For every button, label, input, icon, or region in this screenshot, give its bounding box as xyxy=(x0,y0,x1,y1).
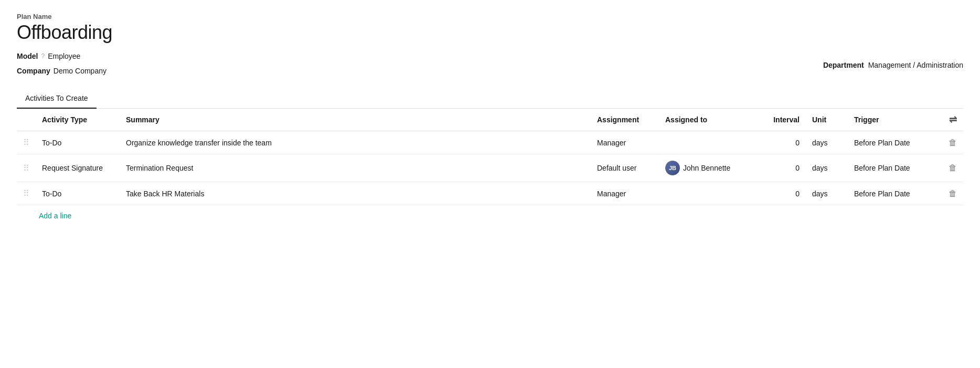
interval-cell[interactable]: 0 xyxy=(764,154,806,182)
th-unit: Unit xyxy=(806,109,848,131)
department-label: Department xyxy=(823,61,864,69)
assigned-to-cell[interactable] xyxy=(659,131,764,154)
delete-cell: 🗑 xyxy=(942,131,963,154)
summary-cell[interactable]: Organize knowledge transfer inside the t… xyxy=(120,131,591,154)
table-header-row: Activity Type Summary Assignment Assigne… xyxy=(17,109,963,131)
avatar: JB xyxy=(665,161,680,175)
delete-cell: 🗑 xyxy=(942,154,963,182)
table-row: ⠿To-DoTake Back HR MaterialsManager0days… xyxy=(17,182,963,205)
tabs-bar: Activities To Create xyxy=(17,89,963,109)
model-value: Employee xyxy=(48,52,80,60)
plan-title: Offboarding xyxy=(17,22,963,44)
drag-handle[interactable]: ⠿ xyxy=(17,154,36,182)
model-row: Model ? Employee xyxy=(17,52,106,60)
company-row: Company Demo Company xyxy=(17,67,106,75)
delete-icon[interactable]: 🗑 xyxy=(949,138,957,148)
assignment-cell[interactable]: Default user xyxy=(591,154,659,182)
drag-handle[interactable]: ⠿ xyxy=(17,131,36,154)
unit-cell[interactable]: days xyxy=(806,131,848,154)
th-assigned-to: Assigned to xyxy=(659,109,764,131)
main-page: Plan Name Offboarding Model ? Employee C… xyxy=(0,0,980,239)
interval-cell[interactable]: 0 xyxy=(764,182,806,205)
activity-type-cell[interactable]: To-Do xyxy=(36,131,120,154)
th-summary: Summary xyxy=(120,109,591,131)
th-interval: Interval xyxy=(764,109,806,131)
plan-label: Plan Name xyxy=(17,13,963,20)
assignment-cell[interactable]: Manager xyxy=(591,131,659,154)
company-label: Company xyxy=(17,67,50,75)
tab-activities-to-create[interactable]: Activities To Create xyxy=(17,89,97,109)
filter-icon[interactable]: ⇌ xyxy=(949,114,957,125)
add-line-button[interactable]: Add a line xyxy=(17,205,93,226)
trigger-cell[interactable]: Before Plan Date xyxy=(848,154,942,182)
trigger-cell[interactable]: Before Plan Date xyxy=(848,182,942,205)
activity-type-cell[interactable]: Request Signature xyxy=(36,154,120,182)
table-row: ⠿Request SignatureTermination RequestDef… xyxy=(17,154,963,182)
avatar-initials: JB xyxy=(665,161,680,175)
plan-label-section: Plan Name Offboarding xyxy=(17,13,963,44)
meta-left: Model ? Employee Company Demo Company xyxy=(17,52,106,78)
th-drag xyxy=(17,109,36,131)
interval-cell[interactable]: 0 xyxy=(764,131,806,154)
assigned-to-cell[interactable] xyxy=(659,182,764,205)
assigned-name: John Bennette xyxy=(683,164,730,172)
activity-type-cell[interactable]: To-Do xyxy=(36,182,120,205)
assigned-user: JB John Bennette xyxy=(665,161,758,175)
trigger-cell[interactable]: Before Plan Date xyxy=(848,131,942,154)
unit-cell[interactable]: days xyxy=(806,154,848,182)
th-trigger: Trigger xyxy=(848,109,942,131)
summary-cell[interactable]: Termination Request xyxy=(120,154,591,182)
meta-right: Department Management / Administration xyxy=(823,52,963,78)
department-value: Management / Administration xyxy=(868,61,963,69)
delete-icon[interactable]: 🗑 xyxy=(949,163,957,173)
drag-handle[interactable]: ⠿ xyxy=(17,182,36,205)
meta-section: Model ? Employee Company Demo Company De… xyxy=(17,52,963,78)
assigned-to-cell[interactable]: JB John Bennette xyxy=(659,154,764,182)
th-assignment: Assignment xyxy=(591,109,659,131)
table-row: ⠿To-DoOrganize knowledge transfer inside… xyxy=(17,131,963,154)
summary-cell[interactable]: Take Back HR Materials xyxy=(120,182,591,205)
assignment-cell[interactable]: Manager xyxy=(591,182,659,205)
activities-table: Activity Type Summary Assignment Assigne… xyxy=(17,109,963,205)
delete-cell: 🗑 xyxy=(942,182,963,205)
model-label: Model xyxy=(17,52,38,60)
delete-icon[interactable]: 🗑 xyxy=(949,189,957,198)
drag-dots-icon: ⠿ xyxy=(23,188,29,198)
model-help-icon: ? xyxy=(41,52,45,60)
drag-dots-icon: ⠿ xyxy=(23,138,29,148)
activities-table-container: Activity Type Summary Assignment Assigne… xyxy=(17,109,963,226)
unit-cell[interactable]: days xyxy=(806,182,848,205)
company-value: Demo Company xyxy=(54,67,106,75)
th-activity-type: Activity Type xyxy=(36,109,120,131)
th-filter[interactable]: ⇌ xyxy=(942,109,963,131)
drag-dots-icon: ⠿ xyxy=(23,163,29,173)
